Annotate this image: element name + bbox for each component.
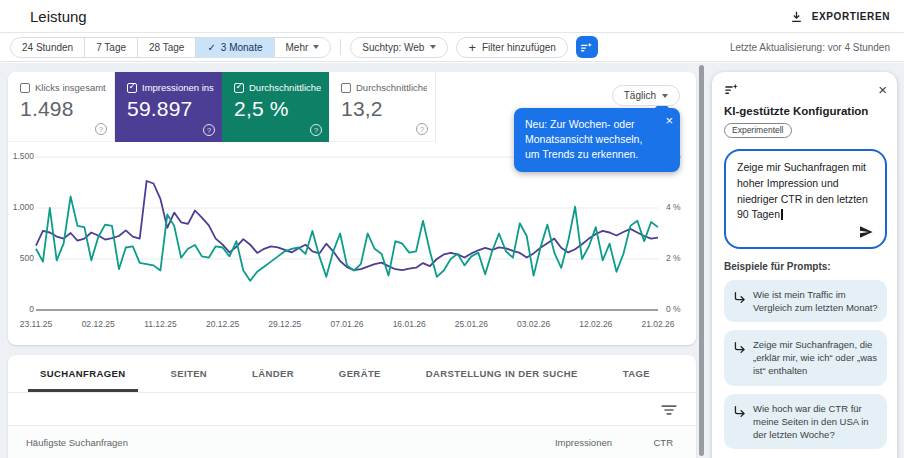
metric-card-value: 13,2: [341, 96, 427, 122]
date-range-label: 28 Tage: [149, 42, 184, 53]
ai-config-panel: × KI-gestützte Konfiguration Experimente…: [712, 72, 897, 458]
tab-label: GERÄTE: [339, 368, 381, 379]
examples-heading: Beispiele für Prompts:: [724, 261, 887, 272]
x-axis-tick: 03.02.26: [517, 319, 550, 330]
subdirectory-arrow-icon: [733, 290, 746, 303]
column-header-queries[interactable]: Häufigste Suchanfragen: [26, 437, 555, 448]
tab-tage[interactable]: TAGE: [611, 355, 662, 392]
date-range-mehr[interactable]: Mehr: [274, 37, 332, 58]
search-type-label: Suchtyp: Web: [362, 42, 424, 53]
tab-darstellung-in-der-suche[interactable]: DARSTELLUNG IN DER SUCHE: [414, 355, 590, 392]
export-button[interactable]: EXPORTIEREN: [790, 10, 890, 23]
table-filter-icon[interactable]: [660, 401, 678, 419]
granularity-dropdown[interactable]: Täglich: [612, 85, 680, 106]
dimensions-table-card: SUCHANFRAGENSEITENLÄNDERGERÄTEDARSTELLUN…: [8, 355, 696, 458]
callout-close-icon[interactable]: ×: [665, 114, 673, 127]
example-prompt-text: Wie ist mein Traffic im Vergleich zum le…: [753, 288, 878, 314]
metric-card-klicks-insgesamt[interactable]: Klicks insgesamt1.498?: [8, 72, 115, 142]
example-prompt-2[interactable]: Zeige mir Suchanfragen, die „erklär mir,…: [724, 330, 887, 385]
y-axis-tick-left: 0: [10, 304, 34, 315]
column-header-ctr[interactable]: CTR: [612, 437, 673, 448]
content-scrollbar[interactable]: [698, 65, 705, 456]
metric-card-label-row: Durchschnittliche …: [234, 82, 321, 93]
metric-card-label: Impressionen ins…: [142, 82, 214, 93]
metric-card-value: 59.897: [127, 96, 214, 122]
ai-filter-button[interactable]: [576, 36, 598, 58]
help-icon[interactable]: ?: [203, 124, 215, 136]
y-axis-tick-left: 500: [10, 253, 34, 264]
x-axis-tick: 25.01.26: [455, 319, 488, 330]
close-icon[interactable]: ×: [878, 82, 887, 97]
text-cursor: [781, 209, 783, 220]
example-prompt-text: Wie hoch war die CTR für meine Seiten in…: [753, 402, 878, 441]
example-prompt-3[interactable]: Wie hoch war die CTR für meine Seiten in…: [724, 394, 887, 449]
scrollbar-thumb[interactable]: [699, 65, 704, 456]
checked-checkbox[interactable]: [127, 83, 137, 93]
y-axis-tick-right: 4 %: [666, 202, 696, 213]
ai-sparkle-filter-icon: [724, 82, 739, 97]
help-icon[interactable]: ?: [95, 123, 107, 135]
send-icon[interactable]: [858, 224, 874, 240]
metric-card-label-row: Impressionen ins…: [127, 82, 214, 93]
date-range-label: 7 Tage: [96, 42, 126, 53]
check-icon: ✓: [207, 42, 215, 53]
tab-label: LÄNDER: [252, 368, 294, 379]
subdirectory-arrow-icon: [733, 404, 746, 417]
date-range-3-monate[interactable]: ✓3 Monate: [195, 37, 274, 58]
callout-text: Neu: Zur Wochen- oder Monatsansicht wech…: [525, 118, 642, 160]
x-axis-tick: 02.12.25: [82, 319, 115, 330]
chevron-down-icon: [662, 94, 668, 98]
date-range-label: Mehr: [286, 42, 309, 53]
x-axis-tick: 21.02.26: [641, 319, 674, 330]
date-range-label: 3 Monate: [221, 42, 263, 53]
help-icon[interactable]: ?: [416, 123, 428, 135]
main-content: Klicks insgesamt1.498?Impressionen ins…5…: [0, 63, 904, 458]
search-type-chip[interactable]: Suchtyp: Web: [350, 37, 448, 58]
ai-sparkle-filter-icon: [580, 41, 593, 54]
ai-panel-header: ×: [724, 82, 887, 97]
metric-card-label-row: Durchschnittliche …: [341, 82, 427, 93]
tab-geräte[interactable]: GERÄTE: [327, 355, 393, 392]
plus-icon: +: [468, 41, 476, 54]
example-prompt-text: Zeige mir Suchanfragen, die „erklär mir,…: [753, 338, 878, 377]
table-toolbar: [8, 393, 696, 426]
tab-länder[interactable]: LÄNDER: [240, 355, 306, 392]
date-range-label: 24 Stunden: [22, 42, 73, 53]
tab-seiten[interactable]: SEITEN: [158, 355, 219, 392]
checked-checkbox[interactable]: [234, 83, 244, 93]
ai-prompt-input[interactable]: Zeige mir Suchanfragen mit hoher Impress…: [724, 149, 887, 249]
metric-card-impressionen-ins-[interactable]: Impressionen ins…59.897?: [115, 72, 222, 142]
download-icon: [790, 10, 803, 23]
table-header-row: Häufigste Suchanfragen Impressionen CTR: [8, 426, 696, 458]
date-range-24-stunden[interactable]: 24 Stunden: [10, 37, 85, 58]
metric-cards: Klicks insgesamt1.498?Impressionen ins…5…: [8, 72, 436, 142]
metric-card-durchschnittliche-[interactable]: Durchschnittliche …2,5 %?: [222, 72, 329, 142]
example-prompts: Wie ist mein Traffic im Vergleich zum le…: [724, 280, 887, 449]
unchecked-checkbox[interactable]: [341, 83, 351, 93]
tab-label: TAGE: [623, 368, 650, 379]
add-filter-label: Filter hinzufügen: [482, 42, 556, 53]
tab-label: SEITEN: [170, 368, 207, 379]
filter-toolbar: 24 Stunden7 Tage28 Tage✓3 MonateMehr Suc…: [0, 33, 904, 62]
unchecked-checkbox[interactable]: [20, 83, 30, 93]
date-range-28-tage[interactable]: 28 Tage: [137, 37, 196, 58]
metric-card-label: Klicks insgesamt: [35, 82, 106, 93]
date-range-7-tage[interactable]: 7 Tage: [84, 37, 138, 58]
help-icon[interactable]: ?: [310, 124, 322, 136]
example-prompt-1[interactable]: Wie ist mein Traffic im Vergleich zum le…: [724, 280, 887, 322]
metric-card-label-row: Klicks insgesamt: [20, 82, 106, 93]
ai-panel-title: KI-gestützte Konfiguration: [724, 105, 887, 117]
x-axis-tick: 12.02.26: [579, 319, 612, 330]
metric-card-durchschnittliche-[interactable]: Durchschnittliche …13,2?: [329, 72, 436, 142]
y-axis-tick-left: 1.500: [10, 151, 34, 162]
performance-chart-svg: [36, 157, 658, 310]
page-header: Leistung EXPORTIEREN: [0, 0, 904, 33]
performance-chart-card: Klicks insgesamt1.498?Impressionen ins…5…: [8, 72, 696, 345]
add-filter-chip[interactable]: + Filter hinzufügen: [456, 37, 568, 58]
chevron-down-icon: [313, 45, 319, 49]
tab-suchanfragen[interactable]: SUCHANFRAGEN: [28, 355, 138, 392]
y-axis-tick-right: 0 %: [666, 304, 696, 315]
granularity-label: Täglich: [624, 90, 656, 101]
page-title: Leistung: [30, 8, 87, 25]
column-header-impressions[interactable]: Impressionen: [555, 437, 612, 448]
